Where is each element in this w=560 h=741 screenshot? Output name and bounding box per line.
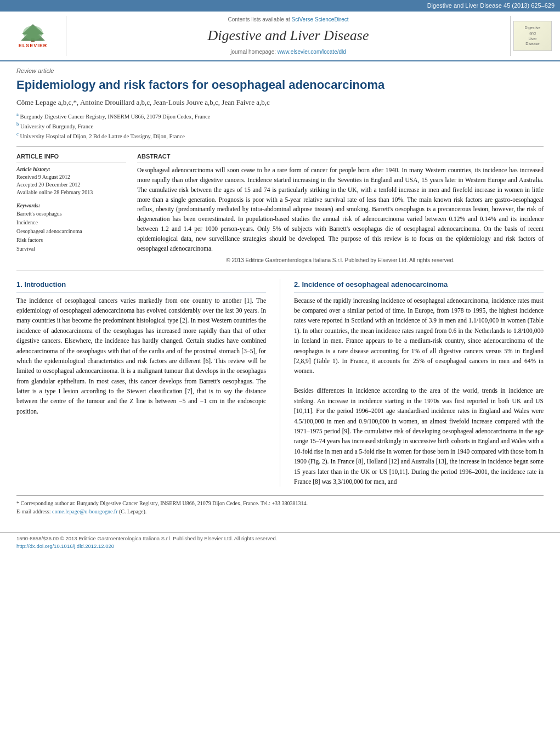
sciverse-prefix: Contents lists available at xyxy=(228,16,291,22)
section2-text2: Besides differences in incidence accordi… xyxy=(294,386,544,487)
received-date: Received 9 August 2012 xyxy=(16,173,126,181)
affil-a: a Burgundy Digestive Cancer Registry, IN… xyxy=(16,111,544,121)
keyword-5: Survival xyxy=(16,245,126,253)
article-history-block: Article history: Received 9 August 2012 … xyxy=(16,166,126,196)
section2-text1: Because of the rapidly increasing incide… xyxy=(294,296,544,376)
vertical-separator xyxy=(280,279,280,487)
email-label: E-mail address: xyxy=(16,508,52,514)
homepage-label: journal homepage: xyxy=(230,49,278,55)
elsevier-tree-icon xyxy=(16,23,49,42)
body-col-right: 2. Incidence of oesophageal adenocarcino… xyxy=(294,279,544,487)
sciverse-link-line: Contents lists available at SciVerse Sci… xyxy=(72,16,505,24)
sciverse-link[interactable]: SciVerse ScienceDirect xyxy=(292,16,349,22)
article-info-title: ARTICLE INFO xyxy=(16,152,126,162)
journal-header: ELSEVIER Contents lists available at Sci… xyxy=(0,12,560,61)
elsevier-logo: ELSEVIER xyxy=(5,22,60,50)
section1-text: The incidence of oesophageal cancers var… xyxy=(16,296,266,417)
section1-title: Introduction xyxy=(24,280,66,289)
authors-text: Côme Lepage a,b,c,*, Antoine Drouillard … xyxy=(16,98,270,106)
right-logo-area: DigestiveandLiverDisease xyxy=(511,21,555,51)
keyword-4: Risk factors xyxy=(16,236,126,245)
keywords-label: Keywords: xyxy=(16,202,126,210)
keywords-block: Keywords: Barrett's oesophagus Incidence… xyxy=(16,202,126,253)
section2-heading: 2. Incidence of oesophageal adenocarcino… xyxy=(294,279,544,292)
footnote-area: * Corresponding author at: Burgundy Dige… xyxy=(16,495,544,516)
top-bar-text: Digestive and Liver Disease 45 (2013) 62… xyxy=(427,2,555,9)
journal-title: Digestive and Liver Disease xyxy=(72,26,505,46)
affil-c: c University Hospital of Dijon, 2 Bd de … xyxy=(16,131,544,140)
abstract-text: Oesophageal adenocarcinoma will soon cea… xyxy=(137,166,544,253)
accepted-date: Accepted 20 December 2012 xyxy=(16,181,126,189)
copyright-line: © 2013 Editrice Gastroenterologica Itali… xyxy=(137,257,544,264)
keyword-2: Incidence xyxy=(16,218,126,227)
doi-link[interactable]: http://dx.doi.org/10.1016/j.dld.2012.12.… xyxy=(16,543,114,549)
available-date: Available online 28 February 2013 xyxy=(16,189,126,196)
body-section: 1. Introduction The incidence of oesopha… xyxy=(16,279,544,487)
affiliations: a Burgundy Digestive Cancer Registry, IN… xyxy=(16,111,544,141)
article-info-col: ARTICLE INFO Article history: Received 9… xyxy=(16,152,126,265)
body-col-left: 1. Introduction The incidence of oesopha… xyxy=(16,279,266,487)
keyword-1: Barrett's oesophagus xyxy=(16,210,126,218)
issn-line: 1590-8658/$36.00 © 2013 Editrice Gastroe… xyxy=(16,535,544,542)
separator-2 xyxy=(16,270,544,270)
doi-line: http://dx.doi.org/10.1016/j.dld.2012.12.… xyxy=(16,542,544,550)
article-content: Review article Epidemiology and risk fac… xyxy=(0,61,560,522)
email-suffix: (C. Lepage). xyxy=(119,508,146,514)
footnote-star-text: * Corresponding author at: Burgundy Dige… xyxy=(16,500,308,506)
abstract-col: ABSTRACT Oesophageal adenocarcinoma will… xyxy=(137,152,544,265)
history-label: Article history: xyxy=(16,166,126,173)
section1-heading: 1. Introduction xyxy=(16,279,266,292)
section2-number: 2. xyxy=(294,280,302,289)
article-type: Review article xyxy=(16,67,544,75)
journal-center-info: Contents lists available at SciVerse Sci… xyxy=(66,16,511,55)
affil-b: b University of Burgundy, France xyxy=(16,121,544,131)
section1-number: 1. xyxy=(16,280,24,289)
elsevier-text: ELSEVIER xyxy=(19,42,48,49)
separator xyxy=(16,146,544,147)
footnote-email-line: E-mail address: come.lepage@u-bourgogne.… xyxy=(16,507,544,516)
homepage-url[interactable]: www.elsevier.com/locate/dld xyxy=(278,49,346,55)
email-link[interactable]: come.lepage@u-bourgogne.fr xyxy=(52,508,118,514)
keyword-3: Oesophageal adenocarcinoma xyxy=(16,227,126,236)
info-abstract-section: ARTICLE INFO Article history: Received 9… xyxy=(16,152,544,265)
svg-point-3 xyxy=(23,26,43,40)
authors-line: Côme Lepage a,b,c,*, Antoine Drouillard … xyxy=(16,98,544,108)
section2-title: Incidence of oesophageal adenocarcinoma xyxy=(302,280,448,289)
body-two-col: 1. Introduction The incidence of oesopha… xyxy=(16,279,544,487)
article-title: Epidemiology and risk factors for oesoph… xyxy=(16,77,544,93)
small-journal-logo: DigestiveandLiverDisease xyxy=(513,21,552,51)
elsevier-logo-area: ELSEVIER xyxy=(5,22,66,50)
bottom-bar: 1590-8658/$36.00 © 2013 Editrice Gastroe… xyxy=(0,532,560,552)
abstract-title: ABSTRACT xyxy=(137,152,544,162)
homepage-line: journal homepage: www.elsevier.com/locat… xyxy=(72,48,505,56)
footnote-star: * Corresponding author at: Burgundy Dige… xyxy=(16,499,544,507)
top-bar: Digestive and Liver Disease 45 (2013) 62… xyxy=(0,0,560,12)
